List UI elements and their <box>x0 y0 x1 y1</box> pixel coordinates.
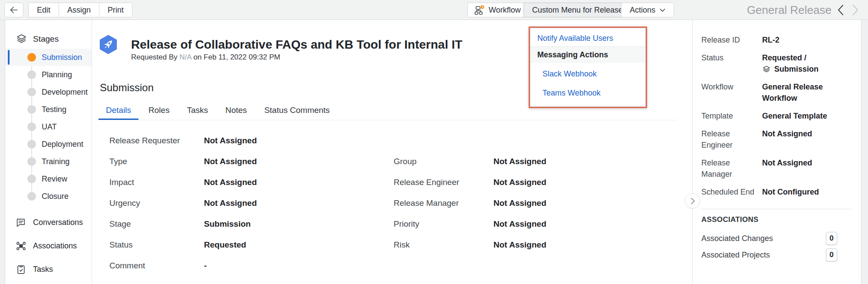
chevron-right-icon <box>690 197 696 205</box>
field-row: Group Not Assigned <box>394 151 663 172</box>
tab[interactable]: Details <box>99 102 138 120</box>
detail-field-value2: Submission <box>774 63 819 75</box>
detail-field-value: Not Configured <box>762 186 851 198</box>
stage-label: Review <box>42 175 67 184</box>
stage-section-title: Submission <box>100 82 154 94</box>
field-value: Submission <box>204 219 251 229</box>
association-label: Associated Changes <box>701 234 773 243</box>
associations-list: Associated Changes 0 Associated Projects… <box>701 232 851 261</box>
requested-by-label: Requested By <box>131 53 178 61</box>
field-value: Not Assigned <box>204 178 257 187</box>
field-row: Type Not Assigned <box>109 151 387 172</box>
sidebar-item-label: Associations <box>33 241 77 251</box>
field-value: Requested <box>204 240 246 250</box>
field-value: Not Assigned <box>204 136 257 145</box>
sidebar-item-label: Tasks <box>33 265 53 274</box>
back-arrow-icon <box>9 5 19 15</box>
field-label: Release Engineer <box>394 178 493 187</box>
layers-icon <box>16 33 27 45</box>
sidebar-item-conversations[interactable]: Conversations <box>16 215 83 230</box>
panel-field-list: Release ID RL-2 Status <box>701 34 851 198</box>
detail-field-value: Not Assigned <box>762 128 851 139</box>
stage-label: Planning <box>42 70 72 79</box>
stage-item[interactable]: Closure <box>5 188 92 205</box>
workflow-button[interactable]: Workflow <box>467 3 528 17</box>
stage-item[interactable]: Submission <box>5 49 92 66</box>
field-value: Not Assigned <box>493 240 546 250</box>
actions-button[interactable]: Actions <box>621 3 674 17</box>
panel-divider <box>701 209 851 209</box>
sidebar-item-label: Conversations <box>33 218 83 227</box>
field-value: Not Assigned <box>493 178 546 187</box>
toolbar-button[interactable]: Assign <box>59 3 99 17</box>
sidebar-item-associations[interactable]: Associations <box>16 238 77 254</box>
stage-item[interactable]: Testing <box>5 101 92 118</box>
stage-item[interactable]: Deployment <box>5 135 92 153</box>
association-count-badge[interactable]: 0 <box>826 248 837 261</box>
stage-dot-icon <box>27 88 36 96</box>
field-value: Not Assigned <box>204 198 257 208</box>
back-button[interactable] <box>4 3 23 17</box>
chevron-down-icon <box>660 8 665 12</box>
stage-item[interactable]: Review <box>5 170 92 188</box>
detail-field-label: Workflow <box>701 81 762 104</box>
association-count-badge[interactable]: 0 <box>826 232 837 245</box>
association-label: Associated Projects <box>701 251 770 260</box>
field-value: - <box>204 261 207 271</box>
field-row: Release Requester Not Assigned <box>109 130 387 151</box>
field-row: Risk Not Assigned <box>394 234 663 255</box>
requester-value: N/A <box>180 53 191 61</box>
stage-item[interactable]: Planning <box>5 66 92 83</box>
toolbar-button[interactable]: Edit <box>28 3 59 17</box>
field-row: Impact Not Assigned <box>109 172 387 193</box>
left-sidebar: Stages Submission Planning Development T… <box>5 20 92 284</box>
detail-field-value: General Release Workflow <box>762 81 851 104</box>
stage-dot-icon <box>27 140 36 149</box>
stage-dot-icon <box>27 105 36 114</box>
panel-collapse-button[interactable] <box>685 193 700 208</box>
tab[interactable]: Status Comments <box>257 102 337 120</box>
field-label: Status <box>109 240 204 250</box>
menu-item[interactable]: Teams Webhook <box>530 85 645 101</box>
stage-item[interactable]: Development <box>5 83 92 101</box>
stage-label: Closure <box>42 192 69 201</box>
field-label: Impact <box>109 178 204 187</box>
next-record-icon[interactable] <box>850 3 861 17</box>
field-value: Not Assigned <box>493 157 546 166</box>
detail-field-row: Status Requested / Submission <box>701 52 851 75</box>
tasks-icon <box>16 264 26 275</box>
toolbar-button[interactable]: Print <box>99 3 132 17</box>
field-label: Risk <box>394 240 493 250</box>
layers-icon <box>762 65 771 73</box>
field-label: Urgency <box>109 198 204 208</box>
associations-icon <box>16 241 26 251</box>
menu-item[interactable]: Slack Webhook <box>530 66 645 82</box>
fields-left-column: Release Requester Not Assigned Type Not … <box>109 130 387 276</box>
field-row: Urgency Not Assigned <box>109 193 387 214</box>
stage-label: UAT <box>42 122 57 132</box>
stages-header: Stages <box>16 33 59 45</box>
detail-field-label: Release ID <box>701 34 762 46</box>
stage-item[interactable]: UAT <box>5 118 92 135</box>
release-requested-line: Requested By N/A on Feb 11, 2022 09:32 P… <box>131 53 280 62</box>
stage-label: Development <box>42 88 88 97</box>
previous-record-icon[interactable] <box>835 3 846 17</box>
stage-dot-icon <box>27 175 36 183</box>
sidebar-item-tasks[interactable]: Tasks <box>16 261 53 277</box>
stage-label: Testing <box>42 105 66 114</box>
field-row: Release Manager Not Assigned <box>394 193 663 214</box>
breadcrumb: General Release <box>747 0 861 20</box>
stage-list: Submission Planning Development Testing … <box>5 49 92 205</box>
detail-field-row: Scheduled End Not Configured <box>701 186 851 198</box>
field-label: Release Manager <box>394 198 493 208</box>
page-title: General Release <box>747 3 832 17</box>
stage-item[interactable]: Training <box>5 153 92 170</box>
tab[interactable]: Tasks <box>180 102 216 120</box>
menu-item[interactable]: Messaging Actions <box>530 46 645 63</box>
association-row: Associated Projects 0 <box>701 248 851 261</box>
release-title: Release of Collaborative FAQs and KB Too… <box>131 38 462 52</box>
menu-item[interactable]: Notify Available Users <box>530 30 645 46</box>
tab[interactable]: Roles <box>141 102 177 120</box>
field-label: Type <box>109 157 204 166</box>
tab[interactable]: Notes <box>218 102 254 120</box>
